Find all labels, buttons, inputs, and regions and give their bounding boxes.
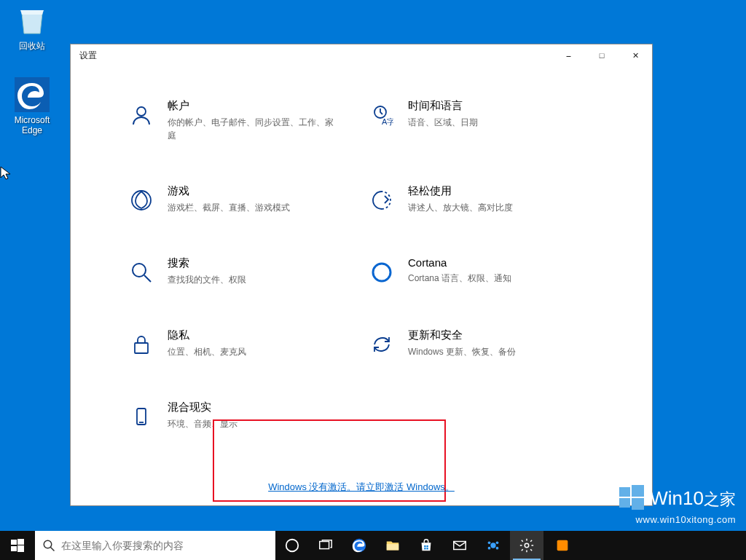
category-desc: 查找我的文件、权限 [168, 273, 246, 286]
watermark: Win10之家 www.win10xitong.com [619, 485, 736, 525]
cortana-icon [369, 259, 395, 285]
settings-category-gaming[interactable]: 游戏游戏栏、截屏、直播、游戏模式 [128, 184, 339, 214]
svg-point-34 [496, 547, 499, 550]
activation-link[interactable]: Windows 没有激活。请立即激活 Windows。 [268, 481, 455, 492]
task-view-button[interactable] [309, 531, 342, 560]
svg-rect-25 [424, 545, 425, 547]
window-titlebar[interactable]: 设置 ‒ □ ✕ [71, 44, 652, 66]
taskbar-settings-button[interactable] [510, 531, 543, 560]
edge-icon [15, 77, 50, 112]
svg-rect-15 [11, 540, 17, 545]
watermark-url: www.win10xitong.com [619, 514, 736, 525]
settings-category-time[interactable]: A字时间和语言语音、区域、日期 [369, 99, 580, 142]
window-maximize-button[interactable]: □ [585, 44, 619, 66]
taskbar-explorer-button[interactable] [376, 531, 409, 560]
category-desc: Windows 更新、恢复、备份 [408, 345, 516, 358]
start-button[interactable] [0, 531, 35, 560]
taskbar [0, 531, 746, 560]
category-title: 搜索 [168, 256, 246, 270]
gaming-icon [128, 187, 154, 213]
svg-rect-17 [11, 546, 17, 551]
category-title: 隐私 [168, 328, 246, 342]
privacy-icon [128, 331, 154, 358]
svg-point-31 [488, 542, 491, 545]
update-icon [369, 331, 395, 358]
category-desc: 语音、区域、日期 [408, 116, 478, 129]
svg-rect-27 [424, 548, 425, 549]
window-close-button[interactable]: ✕ [619, 44, 652, 66]
svg-point-7 [373, 264, 390, 281]
category-desc: 讲述人、放大镜、高对比度 [408, 201, 513, 214]
settings-window: 设置 ‒ □ ✕ 帐户你的帐户、电子邮件、同步设置、工作、家庭A字时间和语言语音… [70, 44, 653, 506]
svg-line-20 [50, 547, 54, 551]
settings-category-cortana[interactable]: CortanaCortana 语言、权限、通知 [369, 256, 580, 286]
settings-category-privacy[interactable]: 隐私位置、相机、麦克风 [128, 328, 339, 358]
recycle-bin-icon [15, 3, 50, 38]
svg-rect-36 [557, 540, 568, 551]
svg-rect-12 [632, 485, 644, 497]
category-title: 帐户 [168, 99, 339, 113]
desktop-icon-label: 回收站 [4, 41, 60, 51]
accounts-icon [128, 102, 154, 128]
svg-point-32 [496, 542, 499, 545]
svg-rect-11 [619, 487, 630, 497]
svg-line-6 [144, 275, 151, 282]
window-title: 设置 [79, 50, 97, 62]
taskbar-mail-button[interactable] [443, 531, 476, 560]
svg-rect-13 [619, 498, 630, 508]
settings-categories: 帐户你的帐户、电子邮件、同步设置、工作、家庭A字时间和语言语音、区域、日期游戏游… [71, 99, 652, 465]
taskbar-app-button[interactable] [476, 531, 510, 560]
svg-point-33 [488, 547, 491, 550]
settings-category-update[interactable]: 更新和安全Windows 更新、恢复、备份 [369, 328, 580, 358]
cortana-circle-button[interactable] [275, 531, 309, 560]
search-icon [42, 539, 55, 552]
svg-text:A字: A字 [382, 117, 393, 126]
settings-category-ease[interactable]: 轻松使用讲述人、放大镜、高对比度 [369, 184, 580, 214]
category-desc: Cortana 语言、权限、通知 [408, 272, 511, 285]
category-desc: 位置、相机、麦克风 [168, 345, 246, 358]
ease-icon [369, 187, 395, 213]
svg-rect-24 [387, 544, 399, 550]
taskbar-store-button[interactable] [409, 531, 443, 560]
settings-category-mr[interactable]: 混合现实环境、音频、显示 [128, 401, 339, 430]
activation-notice: Windows 没有激活。请立即激活 Windows。 [71, 480, 652, 494]
windows-logo-icon [619, 485, 644, 513]
settings-category-accounts[interactable]: 帐户你的帐户、电子邮件、同步设置、工作、家庭 [128, 99, 339, 142]
category-title: Cortana [408, 256, 511, 269]
time-icon: A字 [369, 102, 395, 128]
category-title: 轻松使用 [408, 184, 513, 198]
svg-point-5 [133, 264, 146, 277]
mr-icon [128, 403, 154, 430]
svg-point-4 [132, 191, 151, 210]
desktop-edge[interactable]: Microsoft Edge [4, 77, 60, 135]
taskbar-search-input[interactable] [61, 540, 268, 551]
svg-rect-8 [135, 343, 148, 353]
watermark-title-en: Win10 [650, 487, 704, 509]
window-minimize-button[interactable]: ‒ [551, 44, 585, 66]
search-icon [128, 259, 154, 285]
watermark-title-zh: 之家 [704, 490, 736, 508]
cursor-icon [0, 166, 12, 181]
svg-point-35 [525, 543, 529, 548]
category-desc: 游戏栏、截屏、直播、游戏模式 [168, 201, 290, 214]
svg-rect-16 [17, 539, 24, 545]
desktop-recycle-bin[interactable]: 回收站 [4, 3, 60, 51]
svg-rect-26 [426, 545, 428, 547]
category-title: 时间和语言 [408, 99, 478, 113]
category-title: 更新和安全 [408, 328, 516, 342]
category-title: 游戏 [168, 184, 290, 198]
taskbar-running-app[interactable] [543, 531, 581, 560]
taskbar-edge-button[interactable] [342, 531, 376, 560]
svg-rect-28 [426, 548, 428, 549]
category-title: 混合现实 [168, 401, 237, 414]
svg-rect-22 [320, 542, 329, 549]
svg-rect-29 [454, 542, 466, 550]
desktop-icon-label: Microsoft Edge [4, 115, 60, 135]
svg-point-1 [137, 107, 146, 116]
category-desc: 你的帐户、电子邮件、同步设置、工作、家庭 [168, 116, 339, 142]
svg-rect-14 [632, 498, 644, 510]
category-desc: 环境、音频、显示 [168, 417, 237, 430]
taskbar-search[interactable] [35, 531, 275, 560]
svg-point-19 [44, 540, 52, 548]
settings-category-search[interactable]: 搜索查找我的文件、权限 [128, 256, 339, 286]
